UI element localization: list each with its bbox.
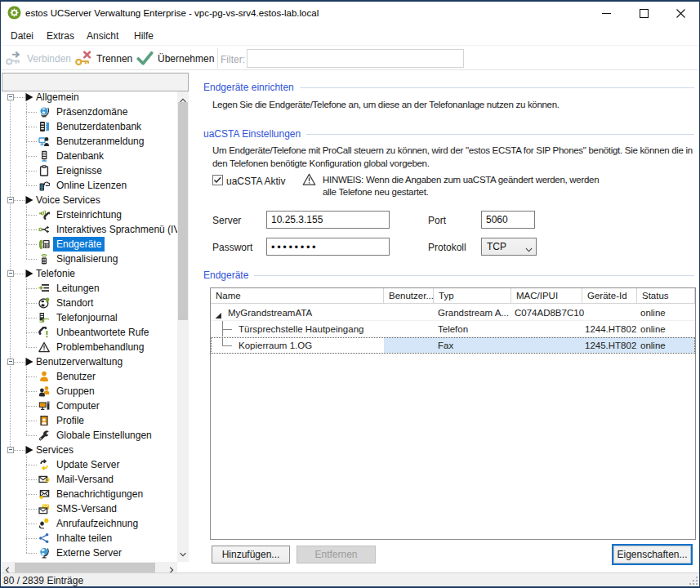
- uacsta-aktiv-checkbox[interactable]: [212, 175, 223, 185]
- tree-item-allgemein[interactable]: Allgemein: [2, 91, 177, 105]
- tree-item-ersteinrichtung[interactable]: Ersteinrichtung: [2, 207, 177, 222]
- minus-icon: [9, 361, 12, 362]
- tree-item-label: Ersteinrichtung: [53, 207, 125, 222]
- tree-item-problembehandlung[interactable]: Problembehandlung: [2, 340, 177, 354]
- scrollbar-thumb[interactable]: [178, 102, 188, 320]
- tree-item-label: Globale Einstellungen: [53, 428, 155, 443]
- column-header-typ[interactable]: Typ: [434, 288, 511, 303]
- tree-guide-line: [26, 391, 37, 392]
- table-row-kopierraum-1-og[interactable]: Kopierraum 1.OGFax1245.HT802online: [211, 337, 695, 354]
- server-input[interactable]: [266, 211, 390, 229]
- tree-item-datenbank[interactable]: Datenbank: [2, 149, 177, 163]
- table-header: NameBenutzer...TypMAC/IPUIGeräte-IdStatu…: [211, 288, 695, 304]
- tree-item-telefonjournal[interactable]: Telefonjournal: [2, 310, 177, 325]
- tree-item-sms-versand[interactable]: SMS-Versand: [2, 501, 177, 516]
- tree-horizontal-scrollbar[interactable]: [2, 562, 177, 573]
- menu-datei[interactable]: Datei: [11, 30, 33, 42]
- tree-expander-minus[interactable]: [7, 270, 14, 277]
- hinzufuegen-button[interactable]: Hinzufügen...: [212, 546, 290, 564]
- menu-ansicht[interactable]: Ansicht: [87, 30, 118, 42]
- tree-guide-line: [14, 200, 25, 201]
- tree-item-pr-senzdom-ne[interactable]: Präsenzdomäne: [2, 105, 177, 119]
- column-header-ger-te-id[interactable]: Geräte-Id: [582, 288, 637, 303]
- maximize-button[interactable]: [625, 2, 662, 25]
- tree-item-telefonie[interactable]: Telefonie: [2, 266, 177, 281]
- column-header-benutzer[interactable]: Benutzer...: [384, 288, 434, 303]
- tree-item-anrufaufzeichnung[interactable]: Anrufaufzeichnung: [2, 516, 177, 531]
- callrecording-mic-icon: [38, 518, 50, 529]
- tree-item-label: Benutzerdatenbank: [53, 119, 145, 134]
- tree-item-endger-te[interactable]: Endgeräte: [2, 237, 177, 252]
- tree-item-leitungen[interactable]: Leitungen: [2, 281, 177, 296]
- tree-expander-minus[interactable]: [7, 359, 14, 365]
- menu-hilfe[interactable]: Hilfe: [134, 30, 154, 42]
- hinweis-line2: alle Telefone neu gestartet.: [323, 187, 429, 197]
- tree-item-signalisierung[interactable]: Signalisierung: [2, 252, 177, 266]
- tree-item-voice-services[interactable]: Voice Services: [2, 193, 177, 207]
- events-clipboard-icon: [38, 165, 50, 176]
- toolbar-button-verbinden[interactable]: Verbinden: [6, 48, 71, 69]
- troubleshoot-warning-icon: [38, 341, 50, 353]
- tree-vertical-scrollbar[interactable]: [177, 91, 189, 562]
- minimize-button[interactable]: [587, 2, 625, 25]
- column-header-mac-ipui[interactable]: MAC/IPUI: [511, 288, 582, 303]
- userlogin-icon: [38, 136, 50, 147]
- menu-extras[interactable]: Extras: [47, 30, 74, 42]
- tree-item-label: Datenbank: [53, 149, 107, 163]
- tree-expander-minus[interactable]: [7, 94, 14, 100]
- tree-expander-minus[interactable]: [7, 447, 14, 453]
- tree-item-label: Services: [33, 443, 77, 457]
- tree-item-profile[interactable]: Profile: [2, 413, 177, 428]
- filter-input[interactable]: [247, 49, 464, 68]
- tree-item-benutzeranmeldung[interactable]: Benutzeranmeldung: [2, 134, 177, 149]
- passwort-input[interactable]: [266, 238, 390, 256]
- tree-item-ereignisse[interactable]: Ereignisse: [2, 163, 177, 178]
- tree-item-standort[interactable]: Standort: [2, 296, 177, 310]
- tree-item-benutzerdatenbank[interactable]: Benutzerdatenbank: [2, 119, 177, 134]
- toolbar-button-bernehmen[interactable]: Übernehmen: [136, 48, 214, 69]
- resize-grip[interactable]: [689, 576, 698, 586]
- tree-item-interaktives-sprachmen-ivr[interactable]: Interaktives Sprachmenü (IVR): [2, 222, 177, 237]
- tree-item-benachrichtigungen[interactable]: Benachrichtigungen: [2, 487, 177, 501]
- tree-guide-line: [26, 127, 37, 127]
- tree-item-globale-einstellungen[interactable]: Globale Einstellungen: [2, 428, 177, 443]
- tree-item-services[interactable]: Services: [2, 443, 177, 457]
- toolbar-button-trennen[interactable]: Trennen: [75, 48, 132, 69]
- tree-item-benutzer[interactable]: Benutzer: [2, 369, 177, 384]
- table-row-mygrandstreamata[interactable]: MyGrandstreamATAGrandstream A...C074AD8B…: [211, 305, 695, 321]
- app-window: estos UCServer Verwaltung Enterprise - v…: [0, 0, 700, 588]
- tree-guide-line: [10, 366, 11, 447]
- tree-item-label: Benachrichtigungen: [53, 487, 146, 501]
- entfernen-button[interactable]: Entfernen: [296, 546, 376, 564]
- scrollbar-thumb[interactable]: [15, 563, 155, 572]
- cell-typ: Telefon: [438, 324, 468, 334]
- column-header-status[interactable]: Status: [637, 288, 695, 303]
- column-header-name[interactable]: Name: [211, 288, 384, 303]
- column-header-label: Geräte-Id: [587, 291, 627, 301]
- title-bar: estos UCServer Verwaltung Enterprise - v…: [1, 2, 699, 26]
- tree-item-computer[interactable]: Computer: [2, 399, 177, 413]
- table-row-t-rsprechstelle-hautpeingang[interactable]: Türsprechstelle HautpeingangTelefon1244.…: [211, 321, 695, 337]
- tree-item-online-lizenzen[interactable]: Online Lizenzen: [2, 178, 177, 193]
- protokoll-dropdown[interactable]: TCP: [481, 238, 537, 256]
- tree-item-externe-server[interactable]: Externe Server: [2, 546, 177, 560]
- tree-item-update-server[interactable]: Update Server: [2, 457, 177, 472]
- scroll-down-icon[interactable]: [180, 548, 186, 559]
- tree-item-benutzerverwaltung[interactable]: Benutzerverwaltung: [2, 354, 177, 369]
- devices-table: NameBenutzer...TypMAC/IPUIGeräte-IdStatu…: [210, 287, 696, 540]
- eigenschaften-button[interactable]: Eigenschaften...: [613, 546, 691, 564]
- row-expander-expanded-icon[interactable]: [215, 310, 221, 316]
- tree-item-label: Telefonie: [33, 266, 78, 281]
- tree-item-unbeantwortete-rufe[interactable]: Unbeantwortete Rufe: [2, 325, 177, 340]
- profiles-icon: [38, 415, 50, 426]
- port-input[interactable]: [481, 211, 535, 229]
- tree-item-inhalte-teilen[interactable]: Inhalte teilen: [2, 531, 177, 546]
- tree-guide-line: [26, 171, 37, 172]
- close-button[interactable]: [662, 2, 699, 25]
- tree-item-gruppen[interactable]: Gruppen: [2, 384, 177, 399]
- tree-item-mail-versand[interactable]: Mail-Versand: [2, 472, 177, 487]
- tree-item-label: Ereignisse: [53, 163, 105, 178]
- tree-expander-minus[interactable]: [7, 197, 14, 203]
- section-divider: [254, 275, 694, 276]
- cell-mac: C074AD8B7C10: [515, 308, 584, 318]
